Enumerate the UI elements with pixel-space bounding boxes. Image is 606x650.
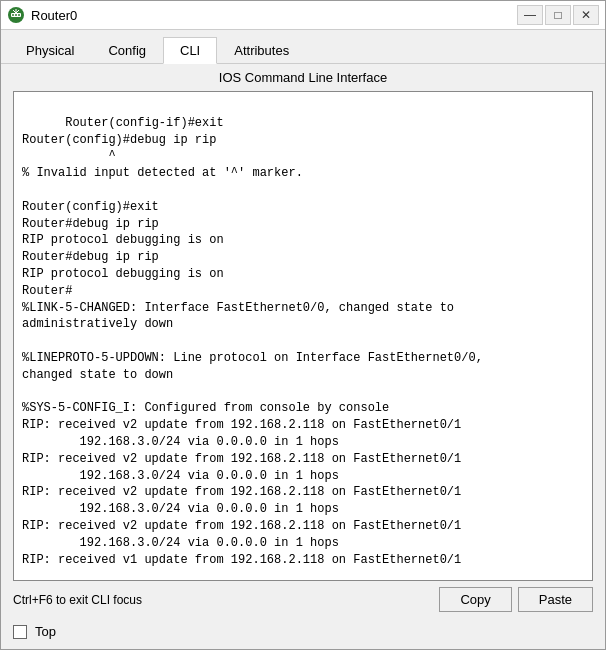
status-bar: Ctrl+F6 to exit CLI focus Copy Paste (1, 581, 605, 618)
title-bar-left: Router0 (7, 6, 77, 24)
maximize-button[interactable]: □ (545, 5, 571, 25)
title-controls: — □ ✕ (517, 5, 599, 25)
svg-point-3 (15, 14, 17, 16)
tab-cli[interactable]: CLI (163, 37, 217, 64)
minimize-button[interactable]: — (517, 5, 543, 25)
window-title: Router0 (31, 8, 77, 23)
tab-config[interactable]: Config (91, 37, 163, 64)
terminal-text: Router(config-if)#exit Router(config)#de… (22, 116, 483, 567)
status-text: Ctrl+F6 to exit CLI focus (13, 593, 142, 607)
close-button[interactable]: ✕ (573, 5, 599, 25)
copy-button[interactable]: Copy (439, 587, 511, 612)
top-checkbox[interactable] (13, 625, 27, 639)
tab-attributes[interactable]: Attributes (217, 37, 306, 64)
paste-button[interactable]: Paste (518, 587, 593, 612)
tab-bar: Physical Config CLI Attributes (1, 30, 605, 64)
title-bar: Router0 — □ ✕ (1, 1, 605, 30)
button-group: Copy Paste (439, 587, 593, 612)
router-icon (7, 6, 25, 24)
svg-point-2 (12, 14, 14, 16)
terminal-output[interactable]: Router(config-if)#exit Router(config)#de… (13, 91, 593, 581)
section-title: IOS Command Line Interface (1, 64, 605, 91)
main-window: Router0 — □ ✕ Physical Config CLI Attrib… (0, 0, 606, 650)
cli-container: Router(config-if)#exit Router(config)#de… (1, 91, 605, 581)
svg-point-4 (18, 14, 20, 16)
tab-physical[interactable]: Physical (9, 37, 91, 64)
bottom-bar: Top (1, 618, 605, 649)
top-label: Top (35, 624, 56, 639)
